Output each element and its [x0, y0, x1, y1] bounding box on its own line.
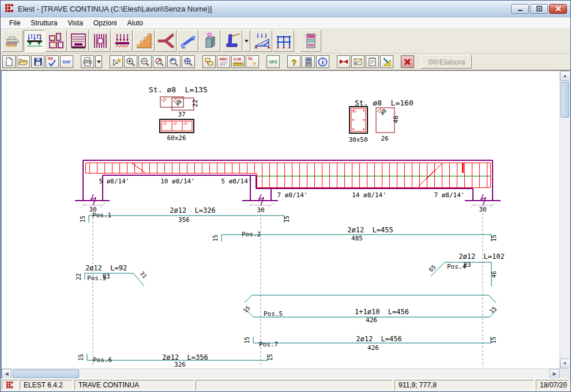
menu-aiuto[interactable]: Aiuto	[122, 18, 148, 28]
minimize-button[interactable]	[511, 4, 529, 14]
svg-text:326: 326	[174, 361, 186, 367]
toolbar-slab-button[interactable]	[67, 30, 89, 52]
column-icon	[201, 32, 219, 50]
calculator-button[interactable]	[302, 55, 315, 68]
drawing-canvas[interactable]: St. ø8 L=135 ø8 22 37 60x26 St. ø8 L=160	[2, 71, 558, 367]
svg-text:15: 15	[491, 235, 497, 242]
verify-button[interactable]	[337, 55, 350, 68]
minimize-icon	[517, 6, 523, 12]
horizontal-scrollbar[interactable]: ◀ ▶	[2, 368, 559, 378]
svg-text:2ø12 L=356: 2ø12 L=356	[162, 353, 208, 361]
zoom-out-icon	[140, 57, 150, 67]
print-dropdown-button[interactable]	[95, 55, 102, 68]
close-icon	[555, 6, 561, 12]
toolbar-stairs-button[interactable]	[133, 30, 155, 52]
toolbar-frame-button[interactable]	[273, 30, 294, 52]
rebar-pos6: 15 15 Pos.6 2ø12 L=356 326	[78, 353, 273, 367]
toolbar-truss-button[interactable]	[251, 30, 272, 52]
scroll-down-button[interactable]: ▼	[560, 359, 570, 368]
send-button[interactable]	[351, 55, 365, 68]
resize-grip[interactable]	[561, 382, 568, 389]
svg-text:St. ø8 L=160: St. ø8 L=160	[355, 99, 414, 107]
elabora-button[interactable]: ⚙⚙ Elabora	[421, 55, 472, 69]
svg-text:Pos.1: Pos.1	[92, 212, 111, 219]
scroll-up-button[interactable]: ▲	[560, 71, 570, 81]
zoom-window-button[interactable]	[153, 55, 166, 68]
dxf-button[interactable]: DXF	[60, 55, 73, 68]
info-button[interactable]	[316, 55, 329, 68]
title-bar[interactable]: Elest - [TRAVE CONTINUA (C:\Elest\Lavori…	[1, 1, 570, 17]
toolbar-ribbed-slab-button[interactable]	[89, 30, 111, 52]
zoom-extents-button[interactable]	[182, 55, 195, 68]
svg-text:15: 15	[284, 216, 290, 223]
close-drawing-button[interactable]	[401, 55, 414, 68]
close-button[interactable]	[549, 4, 567, 14]
toolbar-knee-beam-button[interactable]	[155, 30, 176, 52]
zoom-in-button[interactable]	[124, 55, 137, 68]
frame-icon	[275, 32, 292, 50]
help-button[interactable]: ?	[287, 55, 300, 68]
toolbar-continuous-beam-button[interactable]	[24, 30, 45, 52]
menu-vista[interactable]: Vista	[62, 18, 88, 28]
toolbar-slab-load-button[interactable]	[111, 30, 133, 52]
svg-text:37: 37	[178, 111, 185, 118]
scrollbar-corner	[559, 368, 569, 378]
ruler-icon	[233, 62, 243, 66]
copy-structure-button[interactable]	[202, 55, 216, 68]
menu-file[interactable]: File	[4, 18, 25, 28]
rebar-positions: 15 15 Pos.1 2ø12 L=326 356 15 15 Pos.2 2…	[76, 206, 505, 367]
save-button[interactable]	[31, 55, 44, 68]
calculator-icon	[304, 57, 313, 67]
truss-icon	[253, 32, 271, 50]
toolbar-inclined-beam-button[interactable]	[177, 30, 198, 52]
menu-struttura[interactable]: Struttura	[25, 18, 62, 28]
foundation-icon	[4, 32, 21, 50]
vertical-scroll-thumb[interactable]	[561, 82, 569, 118]
toolbar-column-button[interactable]	[199, 30, 220, 52]
chevron-down-icon	[97, 61, 101, 63]
verify-arrow-icon	[339, 58, 348, 66]
svg-text:22: 22	[191, 99, 199, 107]
open-button[interactable]	[17, 55, 30, 68]
zoom-extents-icon	[183, 57, 193, 67]
draw-button[interactable]	[380, 55, 393, 68]
new-button[interactable]	[2, 55, 16, 68]
toolbar-wall-layout-button[interactable]	[46, 30, 67, 52]
text-lines-icon	[219, 62, 228, 66]
horizontal-scroll-thumb[interactable]	[13, 370, 79, 378]
scroll-left-button[interactable]: ◀	[2, 369, 12, 379]
report-button[interactable]	[366, 55, 379, 68]
restore-button[interactable]	[530, 4, 548, 14]
scroll-right-button[interactable]: ▶	[550, 369, 559, 379]
svg-text:10 ø8/14': 10 ø8/14'	[160, 178, 195, 185]
zoom-out-button[interactable]	[138, 55, 152, 68]
toolbar-wall-section-button[interactable]	[300, 30, 321, 52]
rebar-pos7: 15 15 Pos.7 2ø12 L=456 426	[244, 335, 497, 352]
print-button[interactable]	[81, 55, 94, 68]
drawing-area: St. ø8 L=135 ø8 22 37 60x26 St. ø8 L=160	[1, 70, 570, 379]
svg-text:2ø12 L=326: 2ø12 L=326	[170, 206, 215, 214]
zoom-previous-button[interactable]	[167, 55, 181, 68]
options-button[interactable]: OPZ	[266, 55, 280, 68]
svg-text:Pos.2: Pos.2	[242, 231, 261, 238]
svg-text:30x50: 30x50	[348, 136, 367, 144]
svg-text:485: 485	[351, 235, 363, 242]
units-button[interactable]: U.M.	[231, 55, 245, 68]
toolbar-walls-dropdown-button[interactable]	[243, 30, 250, 52]
structure-toolbar	[1, 29, 570, 54]
text-settings-button[interactable]: ABC	[217, 55, 230, 68]
menu-opzioni[interactable]: Opzioni	[88, 18, 122, 28]
toolbar-retaining-wall-button[interactable]	[221, 30, 242, 52]
safety-factors-button[interactable]: SL Y	[246, 55, 259, 68]
zoom-previous-icon	[169, 57, 179, 67]
svg-text:426: 426	[367, 344, 379, 352]
status-document: TRAVE CONTINUA	[74, 380, 194, 390]
red-x-icon	[404, 58, 411, 66]
rebar-pos5: 15 15 Pos.5 1+1ø10 L=456 426	[242, 295, 497, 324]
select-button[interactable]	[110, 55, 123, 68]
elabora-label: Elabora	[439, 58, 465, 66]
knee-beam-icon	[157, 32, 175, 50]
ini-button[interactable]: INI	[46, 55, 59, 68]
toolbar-foundation-button[interactable]	[2, 30, 23, 52]
vertical-scrollbar[interactable]: ▲ ▼	[559, 71, 569, 368]
